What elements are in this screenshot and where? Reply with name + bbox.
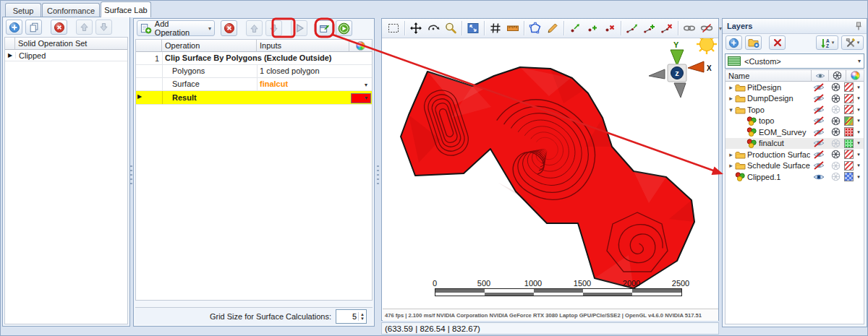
visibility-toggle[interactable] [810,116,827,125]
delete-operation-set-button[interactable] [51,20,67,35]
layer-row-topo[interactable]: topo▾ [726,116,864,127]
move-operation-down-button[interactable] [265,20,282,36]
add-operation-button[interactable]: Add Operation ▾ [137,20,215,36]
layer-dropdown-icon[interactable]: ▾ [854,174,864,180]
layer-row-finalcut[interactable]: finalcut▾ [726,138,864,150]
layer-color-swatch[interactable] [844,94,854,103]
layer-row-dumpdesign[interactable]: ▸DumpDesign▾ [726,93,864,105]
render-style-toggle[interactable] [827,161,844,171]
axis-gizmo[interactable]: Y z X [647,38,717,99]
add-segment-button[interactable] [641,20,658,37]
visibility-toggle[interactable] [810,128,827,137]
layer-dropdown-icon[interactable]: ▾ [854,95,864,101]
render-style-toggle[interactable] [827,150,844,159]
orbit-tool-button[interactable] [425,20,442,37]
measure-tool-button[interactable] [504,20,522,37]
name-column-header[interactable]: Name [726,70,812,82]
expander-icon[interactable]: ▸ [727,84,735,91]
color-column-header[interactable] [349,40,372,52]
render-style-toggle[interactable] [827,94,844,103]
layer-color-swatch[interactable] [844,116,854,126]
layer-row-schedule-surfaces[interactable]: ▸Schedule Surfaces▾ [726,160,864,172]
run-all-operations-button[interactable] [336,20,352,36]
operation-row[interactable]: 1 Clip Surface By Polygons (Exclude Outs… [136,52,372,65]
visibility-toggle[interactable] [810,150,827,159]
edit-tool-button[interactable] [544,20,561,37]
select-tool-button[interactable] [385,20,402,37]
layer-color-swatch[interactable] [844,139,854,148]
tab-conformance[interactable]: Conformance [42,3,100,17]
visibility-toggle[interactable] [810,105,827,114]
render-style-toggle[interactable] [827,105,844,114]
visibility-toggle[interactable] [810,94,827,103]
polygons-input-row[interactable]: Polygons 1 closed polygon [136,65,372,78]
result-row[interactable]: ▶ Result ▾ [136,91,372,105]
layer-dropdown-icon[interactable]: ▾ [854,152,864,158]
move-segment-button[interactable] [624,20,641,37]
layer-dropdown-icon[interactable]: ▾ [854,118,864,124]
expander-icon[interactable]: ▸ [727,95,735,102]
copy-operation-set-button[interactable] [25,20,42,35]
result-color-swatch[interactable] [351,93,371,103]
delete-layer-button[interactable] [769,35,786,50]
render-style-toggle[interactable] [827,82,844,92]
wireframe-column-header[interactable] [829,70,846,82]
viewport-canvas[interactable]: Y z X 05001000150020002500 [383,38,718,309]
move-point-button[interactable] [566,20,584,37]
run-operations-button[interactable] [291,20,307,36]
layer-row-topo[interactable]: ▾Topo▾ [726,104,864,116]
layer-filter-combo[interactable]: <Custom> ▾ [725,53,864,69]
layer-row-clipped-1[interactable]: Clipped.1▾ [726,171,864,183]
splitter-middle[interactable] [377,165,379,184]
spinner-down-icon[interactable]: ▼ [360,316,365,321]
result-dropdown-icon[interactable]: ▾ [365,95,367,101]
render-style-toggle[interactable] [827,127,844,137]
visibility-toggle[interactable] [810,161,827,170]
color-column-header[interactable] [846,70,864,82]
layer-dropdown-icon[interactable]: ▾ [854,140,864,146]
visibility-toggle[interactable] [810,139,827,147]
unlink-button[interactable] [698,20,715,37]
layer-row-pitdesign[interactable]: ▸PitDesign▾ [726,82,864,93]
sort-layers-button[interactable]: AZ ▾ [816,35,838,50]
layer-color-swatch[interactable] [844,172,854,181]
expander-icon[interactable]: ▾ [727,106,735,113]
move-set-up-button[interactable] [76,20,93,35]
save-result-button[interactable] [316,20,333,36]
layer-color-swatch[interactable] [844,161,854,171]
add-layer-button[interactable] [726,35,742,50]
add-point-button[interactable] [584,20,601,37]
render-style-toggle[interactable] [827,116,844,126]
expander-icon[interactable]: ▸ [727,151,735,158]
render-style-toggle[interactable] [827,139,844,148]
visibility-toggle[interactable] [810,173,827,181]
expander-icon[interactable]: ▸ [727,162,735,169]
layer-dropdown-icon[interactable]: ▾ [854,107,864,113]
splitter-left[interactable] [130,165,132,184]
visibility-column-header[interactable] [812,70,829,82]
move-set-down-button[interactable] [95,20,112,35]
grid-size-input[interactable] [336,311,358,322]
inputs-column-header[interactable]: Inputs [257,40,349,52]
draw-polygon-button[interactable] [527,20,544,37]
delete-operation-button[interactable] [221,20,237,36]
layer-dropdown-icon[interactable]: ▾ [854,85,864,90]
layer-row-production-surfaces[interactable]: ▸Production Surfaces▾ [726,149,864,160]
fit-to-window-button[interactable] [464,20,482,37]
link-button[interactable] [681,20,698,37]
operation-set-row-clipped[interactable]: ▶ Clipped [5,50,127,61]
zoom-tool-button[interactable] [442,20,459,37]
add-operation-set-button[interactable] [6,20,22,35]
delete-point-button[interactable] [601,20,618,37]
delete-segment-button[interactable] [658,20,676,37]
add-layer-folder-button[interactable] [745,35,762,50]
move-operation-up-button[interactable] [246,20,263,36]
tab-surface-lab[interactable]: Surface Lab [101,1,151,17]
pin-icon[interactable] [855,22,862,30]
layer-color-swatch[interactable] [844,105,854,114]
layer-row-eom-survey[interactable]: EOM_Survey▾ [726,126,864,138]
layer-color-swatch[interactable] [844,82,854,92]
surface-dropdown-icon[interactable]: ▾ [365,82,367,88]
visibility-toggle[interactable] [810,83,827,92]
surface-input-row[interactable]: Surface finalcut ▾ [136,78,372,91]
